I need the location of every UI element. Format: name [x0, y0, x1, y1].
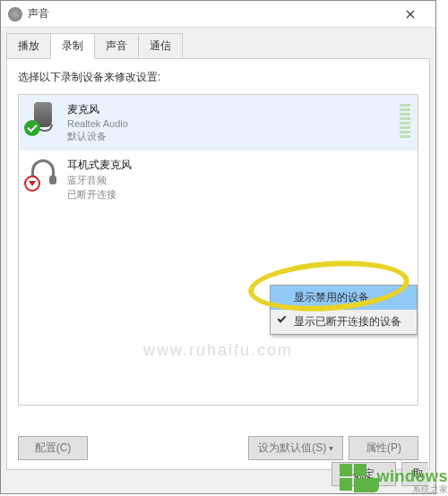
- instruction-text: 选择以下录制设备来修改设置:: [18, 70, 418, 85]
- watermark-faint: www.ruhaifu.com: [143, 341, 293, 360]
- sound-icon: [8, 7, 22, 21]
- headset-icon: [28, 158, 58, 188]
- device-list[interactable]: 麦克风 Realtek Audio 默认设备 耳机式麦克风 蓝牙音频 已断开连接: [18, 94, 418, 406]
- tab-sound[interactable]: 声音: [94, 33, 139, 58]
- sound-dialog: 声音 播放 录制 声音 通信 选择以下录制设备来修改设置: 麦克风 Realte…: [0, 0, 436, 494]
- device-text: 耳机式麦克风 蓝牙音频 已断开连接: [67, 158, 132, 201]
- device-item[interactable]: 耳机式麦克风 蓝牙音频 已断开连接: [19, 150, 418, 209]
- tab-record[interactable]: 录制: [50, 33, 95, 59]
- disconnected-badge-icon: [24, 175, 40, 192]
- device-driver: 蓝牙音频: [67, 174, 132, 187]
- properties-button[interactable]: 属性(P): [349, 436, 418, 460]
- close-button[interactable]: [392, 2, 428, 27]
- button-row: 配置(C) 设为默认值(S) 属性(P): [18, 436, 418, 460]
- check-icon: [276, 314, 287, 325]
- microphone-icon: [28, 102, 58, 133]
- level-meter-icon: [400, 104, 410, 138]
- configure-button[interactable]: 配置(C): [18, 436, 88, 460]
- tab-playback[interactable]: 播放: [6, 33, 51, 58]
- device-item[interactable]: 麦克风 Realtek Audio 默认设备: [19, 95, 418, 150]
- default-badge-icon: [24, 120, 40, 136]
- watermark-text: windows: [377, 468, 449, 484]
- device-name: 耳机式麦克风: [67, 158, 132, 173]
- windows-logo-icon: [340, 464, 375, 496]
- watermark-sub: 系统之家: [377, 483, 449, 496]
- tab-comm[interactable]: 通信: [138, 33, 183, 58]
- watermark: windows 系统之家: [340, 464, 449, 496]
- set-default-button[interactable]: 设为默认值(S): [248, 436, 343, 460]
- titlebar: 声音: [1, 1, 435, 28]
- menu-show-disabled[interactable]: 显示禁用的设备: [271, 286, 417, 310]
- menu-label: 显示禁用的设备: [294, 291, 369, 304]
- close-icon: [406, 10, 415, 19]
- tab-bar: 播放 录制 声音 通信: [1, 28, 435, 58]
- device-text: 麦克风 Realtek Audio 默认设备: [67, 102, 128, 143]
- menu-show-disconnected[interactable]: 显示已断开连接的设备: [271, 310, 417, 334]
- context-menu: 显示禁用的设备 显示已断开连接的设备: [270, 285, 418, 335]
- device-status: 默认设备: [67, 130, 128, 143]
- device-status: 已断开连接: [67, 188, 132, 201]
- tab-content: 选择以下录制设备来修改设置: 麦克风 Realtek Audio 默认设备: [6, 58, 430, 470]
- device-name: 麦克风: [67, 102, 128, 117]
- device-driver: Realtek Audio: [67, 118, 128, 129]
- menu-label: 显示已断开连接的设备: [294, 315, 401, 328]
- window-title: 声音: [28, 6, 392, 21]
